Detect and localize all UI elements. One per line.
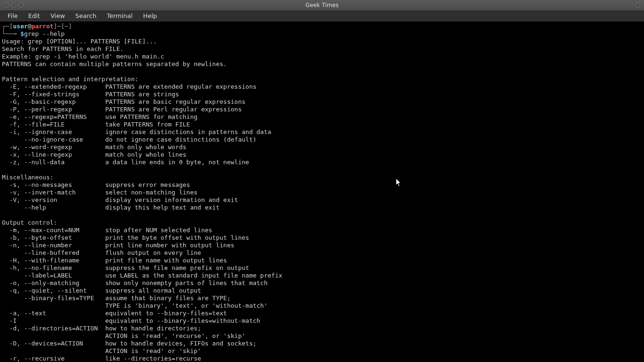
section3-line: TYPE is 'binary', 'text', or 'without-ma… — [2, 302, 268, 309]
window-menu-button[interactable] — [636, 3, 640, 8]
menu-view[interactable]: View — [46, 11, 70, 20]
section3-line: --binary-files=TYPE assume that binary f… — [2, 295, 231, 302]
section1-line: -i, --ignore-case ignore case distinctio… — [2, 128, 271, 135]
window-titlebar: Geek Times — [0, 0, 644, 10]
section3-line: -I equivalent to --binary-files=without-… — [2, 317, 260, 324]
section1-line: --no-ignore-case do not ignore case dist… — [2, 136, 256, 143]
maximize-window-button[interactable] — [19, 3, 24, 8]
command-text: grep --help — [24, 30, 65, 37]
output-usage: Usage: grep [OPTION]... PATTERNS [FILE].… — [2, 38, 157, 45]
section2-line: --help display this help text and exit — [2, 204, 220, 211]
section1-line: -x, --line-regexp match only whole lines — [2, 151, 186, 158]
section3-line: -m, --max-count=NUM stop after NUM selec… — [2, 227, 212, 234]
section3-line: --label=LABEL use LABEL as the standard … — [2, 272, 282, 279]
terminal-area[interactable]: ┌─[user@parrot]─[~] └──╼ $grep --help Us… — [0, 22, 644, 362]
section1-line: -z, --null-data a data line ends in 0 by… — [2, 159, 249, 166]
section3-line: -d, --directories=ACTION how to handle d… — [2, 325, 201, 332]
section3-line: -q, --quiet, --silent suppress all norma… — [2, 287, 201, 294]
prompt-line2-prefix: └──╼ — [2, 30, 20, 37]
section1-line: -P, --perl-regexp PATTERNS are Perl regu… — [2, 106, 242, 113]
window-controls-right — [636, 3, 640, 8]
menu-edit[interactable]: Edit — [24, 11, 45, 20]
section1-title: Pattern selection and interpretation: — [2, 76, 139, 83]
section2-title: Miscellaneous: — [2, 174, 54, 181]
section2-line: -v, --invert-match select non-matching l… — [2, 189, 198, 196]
prompt-at: @ — [28, 23, 32, 30]
output-example: Example: grep -i 'hello world' menu.h ma… — [2, 53, 164, 60]
section3-line: -o, --only-matching show only nonempty p… — [2, 279, 268, 286]
menu-terminal[interactable]: Terminal — [102, 11, 137, 20]
section3-line: ACTION is 'read' or 'skip' — [2, 347, 201, 354]
section1-line: -w, --word-regexp match only whole words — [2, 143, 186, 151]
section3-title: Output control: — [2, 219, 57, 226]
section1-line: -F, --fixed-strings PATTERNS are strings — [2, 91, 179, 98]
prompt-user: user — [13, 23, 27, 30]
section1-line: -e, --regexp=PATTERNS use PATTERNS for m… — [2, 113, 198, 120]
menu-file[interactable]: File — [3, 11, 23, 20]
section3-line: ACTION is 'read', 'recurse', or 'skip' — [2, 332, 246, 339]
output-search: Search for PATTERNS in each FILE. — [2, 45, 124, 52]
close-window-button[interactable] — [4, 3, 8, 8]
section3-line: -a, --text equivalent to --binary-files=… — [2, 310, 227, 317]
section2-line: -s, --no-messages suppress error message… — [2, 181, 190, 188]
section1-line: -G, --basic-regexp PATTERNS are basic re… — [2, 98, 246, 105]
section3-line: --line-buffered flush output on every li… — [2, 249, 201, 256]
menu-help[interactable]: Help — [138, 11, 162, 20]
section2-line: -V, --version display version informatio… — [2, 196, 238, 203]
section1-line: -E, --extended-regexp PATTERNS are exten… — [2, 83, 256, 90]
output-patterns-note: PATTERNS can contain multiple patterns s… — [2, 60, 227, 67]
section3-line: -D, --devices=ACTION how to handle devic… — [2, 340, 256, 347]
menu-search[interactable]: Search — [71, 11, 101, 20]
section3-line: -n, --line-number print line number with… — [2, 242, 234, 249]
prompt-host: parrot — [32, 23, 54, 30]
prompt-bracket-open: ┌─[ — [2, 23, 13, 30]
window-controls-left — [4, 3, 24, 8]
prompt-bracket-close: ]─[~] — [54, 23, 72, 30]
section3-line: -b, --byte-offset print the byte offset … — [2, 234, 249, 241]
window-title: Geek Times — [305, 2, 339, 8]
section3-line: -h, --no-filename suppress the file name… — [2, 264, 249, 271]
section3-line: -r, --recursive like --directories=recur… — [2, 355, 201, 362]
menubar: File Edit View Search Terminal Help — [0, 10, 644, 22]
section1-line: -f, --file=FILE take PATTERNS from FILE — [2, 121, 190, 128]
prompt-dollar: $ — [20, 30, 24, 37]
minimize-window-button[interactable] — [11, 3, 16, 8]
section3-line: -H, --with-filename print file name with… — [2, 257, 227, 264]
